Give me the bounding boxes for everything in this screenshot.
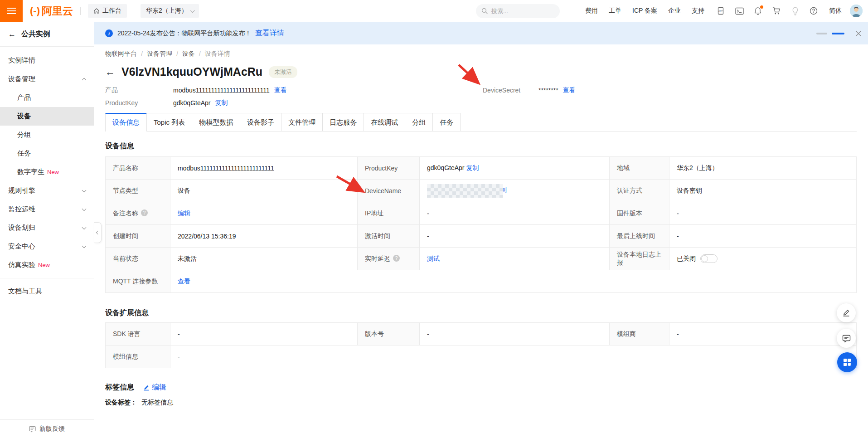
cell-label: 实时延迟	[358, 248, 420, 270]
sidebar-item-groups[interactable]: 分组	[0, 126, 94, 144]
hamburger-menu-icon[interactable]	[0, 0, 23, 22]
remark-edit-link[interactable]: 编辑	[178, 209, 190, 217]
search-icon	[481, 8, 488, 14]
sidebar-item-device-management[interactable]: 设备管理	[0, 70, 94, 88]
device-tag-value: 无标签信息	[141, 399, 173, 406]
terminal-icon[interactable]	[735, 6, 744, 15]
help-tooltip-icon[interactable]	[393, 255, 400, 262]
region-label: 华东2（上海）	[146, 7, 188, 15]
devicesecret-view-link[interactable]: 查看	[563, 86, 576, 94]
latency-test-link[interactable]: 测试	[427, 255, 440, 262]
workbench-button[interactable]: 工作台	[88, 4, 127, 18]
cell-label: 激活时间	[358, 225, 420, 248]
tab-groups[interactable]: 分组	[405, 113, 432, 131]
nav-link-enterprise[interactable]: 企业	[668, 7, 681, 15]
sidebar-item-device-assignment[interactable]: 设备划归	[0, 219, 94, 237]
tab-jobs[interactable]: 任务	[432, 113, 461, 131]
breadcrumb-device-management[interactable]: 设备管理	[147, 50, 172, 58]
feedback-button[interactable]: 新版反馈	[0, 419, 94, 438]
sidebar-item-jobs[interactable]: 任务	[0, 144, 94, 163]
language-selector[interactable]: 简体	[829, 7, 842, 15]
cell-label: 版本号	[358, 323, 420, 346]
global-search[interactable]	[476, 4, 560, 18]
back-arrow-icon[interactable]: ←	[105, 66, 115, 78]
sidebar-item-instance-detail[interactable]: 实例详情	[0, 51, 94, 70]
comment-bubble-icon	[842, 334, 851, 343]
cell-value: -	[420, 323, 610, 346]
sidebar-item-rules-engine[interactable]: 规则引擎	[0, 181, 94, 200]
tag-edit-link[interactable]: 编辑	[152, 383, 166, 392]
tab-device-shadow[interactable]: 设备影子	[240, 113, 281, 131]
announcement-detail-link[interactable]: 查看详情	[255, 29, 284, 38]
tab-tsl-data[interactable]: 物模型数据	[192, 113, 240, 131]
cell-label-devicename: DeviceName	[358, 180, 420, 202]
cart-icon[interactable]	[772, 6, 781, 15]
cell-label: ProductKey	[358, 157, 420, 180]
sidebar-item-security-center[interactable]: 安全中心	[0, 237, 94, 256]
tab-online-debug[interactable]: 在线调试	[364, 113, 405, 131]
devicesecret-row: DeviceSecret ******** 查看	[483, 84, 576, 97]
cell-label: 模组信息	[106, 346, 170, 368]
cell-value: gdk0qGteApr 复制	[420, 157, 610, 180]
nav-link-icp[interactable]: ICP 备案	[632, 7, 657, 15]
productkey-copy-link[interactable]: 复制	[215, 99, 228, 107]
status-badge: 未激活	[269, 66, 297, 78]
back-arrow-icon: ←	[8, 30, 16, 39]
search-input[interactable]	[491, 8, 550, 15]
help-icon[interactable]	[809, 6, 818, 15]
sidebar-back-header[interactable]: ← 公共实例	[0, 22, 94, 47]
cell-value: 设备	[170, 180, 358, 202]
nav-link-support[interactable]: 支持	[692, 7, 704, 15]
cell-label: 地域	[610, 157, 669, 180]
sidebar-collapse-handle[interactable]	[94, 222, 102, 243]
sidebar-item-docs-tools[interactable]: 文档与工具	[0, 282, 94, 301]
tab-topic-list[interactable]: Topic 列表	[146, 113, 192, 131]
breadcrumb-devices[interactable]: 设备	[182, 50, 195, 58]
help-tooltip-icon[interactable]	[141, 209, 148, 216]
mqtt-params-view-link[interactable]: 查看	[178, 277, 190, 285]
lightbulb-icon[interactable]	[790, 6, 800, 15]
nav-link-tickets[interactable]: 工单	[609, 7, 621, 15]
banner-close-icon[interactable]	[855, 30, 862, 37]
devicesecret-label: DeviceSecret	[483, 87, 538, 94]
device-tabs: 设备信息 Topic 列表 物模型数据 设备影子 文件管理 日志服务 在线调试 …	[105, 113, 857, 131]
carousel-dash-inactive[interactable]	[816, 33, 827, 34]
chevron-up-icon	[82, 78, 87, 83]
sidebar-item-digital-twin[interactable]: 数字孪生New	[0, 163, 94, 181]
notification-bell-icon[interactable]	[753, 6, 762, 15]
device-tag-label: 设备标签：	[105, 399, 137, 406]
breadcrumb-iot-platform[interactable]: 物联网平台	[105, 50, 137, 58]
carousel-dash-active[interactable]	[832, 33, 844, 34]
productkey-copy-link[interactable]: 复制	[466, 164, 479, 171]
tab-log-service[interactable]: 日志服务	[322, 113, 364, 131]
cell-label: 固件版本	[610, 202, 669, 225]
sidebar-item-products[interactable]: 产品	[0, 88, 94, 107]
sidebar-item-monitoring[interactable]: 监控运维	[0, 200, 94, 219]
cell-value: 华东2（上海）	[669, 157, 857, 180]
product-label: 产品	[105, 86, 173, 94]
pencil-icon	[842, 309, 850, 317]
redacted-mosaic	[427, 184, 503, 198]
breadcrumb-device-detail: 设备详情	[205, 50, 230, 58]
nav-link-billing[interactable]: 费用	[585, 7, 598, 15]
local-log-toggle[interactable]	[700, 254, 718, 263]
tab-file-management[interactable]: 文件管理	[281, 113, 322, 131]
cell-label: 节点类型	[106, 180, 170, 202]
tab-device-info[interactable]: 设备信息	[105, 113, 146, 131]
feedback-comment-button[interactable]	[837, 329, 856, 348]
announcement-banner: i 2022-05-24发布公告：物联网平台新功能发布！ 查看详情	[94, 22, 868, 44]
region-selector[interactable]: 华东2（上海）	[141, 4, 199, 18]
survey-pencil-button[interactable]	[837, 303, 856, 322]
product-view-link[interactable]: 查看	[274, 86, 287, 94]
cell-value-devicename: 复制	[420, 180, 610, 202]
app-icon[interactable]: APP	[716, 6, 725, 15]
app-center-button[interactable]	[837, 352, 857, 372]
user-avatar[interactable]	[850, 5, 863, 17]
sidebar-item-devices[interactable]: 设备	[0, 107, 94, 126]
cell-value: 2022/06/13 15:36:19	[170, 225, 358, 248]
sidebar-item-simulation[interactable]: 仿真实验New	[0, 256, 94, 274]
tag-edit-button[interactable]: 编辑	[143, 383, 166, 392]
notification-dot	[760, 5, 763, 9]
aliyun-logo[interactable]: (-) 阿里云	[30, 4, 73, 18]
tag-info-header: 标签信息 编辑	[105, 383, 857, 392]
